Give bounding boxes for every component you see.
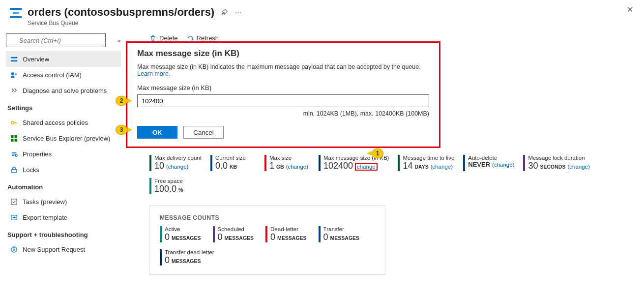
callout-2: 2 [116,96,132,106]
change-link[interactable]: (change) [567,164,589,170]
cancel-button[interactable]: Cancel [183,126,224,139]
svg-rect-5 [10,57,17,58]
explorer-icon [10,134,18,142]
lock-icon [10,166,18,174]
max-message-size-dialog: Max message size (in KB) Max message siz… [126,41,440,148]
sidebar-item-label: Properties [23,150,52,158]
sidebar-item-overview[interactable]: Overview [6,51,121,67]
svg-rect-0 [10,8,22,10]
count-active: Active 0MESSAGES [160,226,201,242]
sidebar: « Overview Access control (IAM) Diagnose… [0,30,127,295]
svg-rect-12 [10,135,13,138]
sidebar-item-label: Service Bus Explorer (preview) [23,135,110,142]
sidebar-item-access-control[interactable]: Access control (IAM) [6,67,121,83]
svg-point-16 [15,154,17,156]
pin-icon[interactable] [221,9,228,17]
ok-button[interactable]: OK [137,126,177,139]
refresh-icon [187,35,194,42]
sidebar-item-properties[interactable]: Properties [6,146,121,162]
max-message-size-input[interactable] [137,94,429,107]
sidebar-item-shared-access[interactable]: Shared access policies [6,115,121,130]
svg-rect-1 [10,16,22,18]
page-subtitle: Service Bus Queue [28,20,214,27]
count-scheduled: Scheduled 0MESSAGES [213,226,254,242]
sidebar-item-label: Overview [23,56,49,63]
sidebar-item-tasks[interactable]: Tasks (preview) [6,194,121,209]
refresh-button[interactable]: Refresh [187,34,219,42]
svg-point-7 [11,72,14,75]
callout-1: 1 [367,148,383,158]
delete-button[interactable]: Delete [149,34,178,42]
change-link[interactable]: (change) [286,164,308,170]
sidebar-item-explorer[interactable]: Service Bus Explorer (preview) [6,130,121,146]
trash-icon [149,35,156,42]
sidebar-section-automation: Automation [6,177,121,194]
svg-rect-6 [10,60,17,61]
sidebar-item-label: Locks [23,166,39,174]
collapse-sidebar-icon[interactable]: « [117,37,121,44]
stat-lock-duration: Message lock duration 30SECONDS (change) [523,155,589,171]
change-link[interactable]: (change) [431,164,453,170]
change-link[interactable]: (change) [166,164,188,170]
count-dead-letter: Dead-letter 0MESSAGES [265,226,307,242]
sidebar-item-support-request[interactable]: New Support Request [6,241,121,257]
sidebar-item-label: Shared access policies [23,119,88,126]
identity-icon [10,71,18,79]
sidebar-item-label: New Support Request [23,246,85,253]
stat-max-size: Max size 1GB (change) [264,155,310,171]
sidebar-item-locks[interactable]: Locks [6,162,121,177]
sidebar-item-label: Access control (IAM) [23,71,82,79]
dialog-hint: min. 1024KB (1MB), max. 102400KB (100MB) [137,110,429,117]
stat-free-space: Free space 100.0% [149,178,195,194]
svg-rect-22 [13,248,14,251]
stat-auto-delete: Auto-delete NEVER (change) [463,155,514,171]
tasks-icon [10,198,18,206]
key-icon [10,118,18,126]
sidebar-item-label: Diagnose and solve problems [23,87,107,94]
svg-point-9 [11,121,14,124]
sidebar-item-export[interactable]: Export template [6,209,121,225]
change-link[interactable]: change [355,163,378,171]
svg-rect-15 [14,139,17,142]
export-icon [10,213,18,221]
servicebus-icon [9,6,23,20]
stat-max-delivery: Max delivery count 10 (change) [149,155,202,171]
dialog-description: Max message size (in KB) indicates the m… [137,63,429,77]
callout-3: 3 [116,125,132,135]
stats-row-2: Free space 100.0% [149,178,635,194]
sidebar-item-label: Export template [23,214,67,221]
support-icon [10,245,18,253]
svg-rect-13 [14,135,17,138]
svg-point-8 [15,73,17,75]
dialog-title: Max message size (in KB) [137,49,429,59]
more-icon[interactable]: ⋯ [235,9,242,17]
stat-ttl: Message time to live 14DAYS (change) [398,155,454,171]
svg-rect-14 [10,139,13,142]
main-content: Delete Refresh Max message size (in KB) … [127,30,644,295]
svg-point-21 [13,247,15,248]
count-transfer-dl: Transfer dead-letter 0MESSAGES [160,249,214,266]
counts-title: MESSAGE COUNTS [160,214,375,221]
close-icon[interactable]: ✕ [627,5,633,14]
sidebar-item-diagnose[interactable]: Diagnose and solve problems [6,83,121,98]
sidebar-section-support: Support + troubleshooting [6,225,121,241]
search-input[interactable] [6,33,106,47]
change-link[interactable]: (change) [492,162,514,168]
svg-rect-17 [11,169,16,173]
svg-rect-2 [13,12,19,14]
dialog-input-label: Max message size (in KB) [137,84,429,91]
stats-row: Max delivery count 10 (change) Current s… [149,155,635,171]
page-title: orders (contososbuspremns/orders) [28,6,214,19]
count-transfer: Transfer 0MESSAGES [319,226,360,242]
overview-icon [10,55,18,63]
diagnose-icon [10,87,18,94]
learn-more-link[interactable]: Learn more. [137,70,170,77]
sidebar-item-label: Tasks (preview) [23,198,67,206]
page-header: orders (contososbuspremns/orders) Servic… [0,0,644,30]
stat-current-size: Current size 0.0KB [210,155,256,171]
message-counts-card: MESSAGE COUNTS Active 0MESSAGES Schedule… [149,205,385,275]
sidebar-section-settings: Settings [6,98,121,115]
svg-rect-18 [11,199,16,204]
properties-icon [10,150,18,158]
